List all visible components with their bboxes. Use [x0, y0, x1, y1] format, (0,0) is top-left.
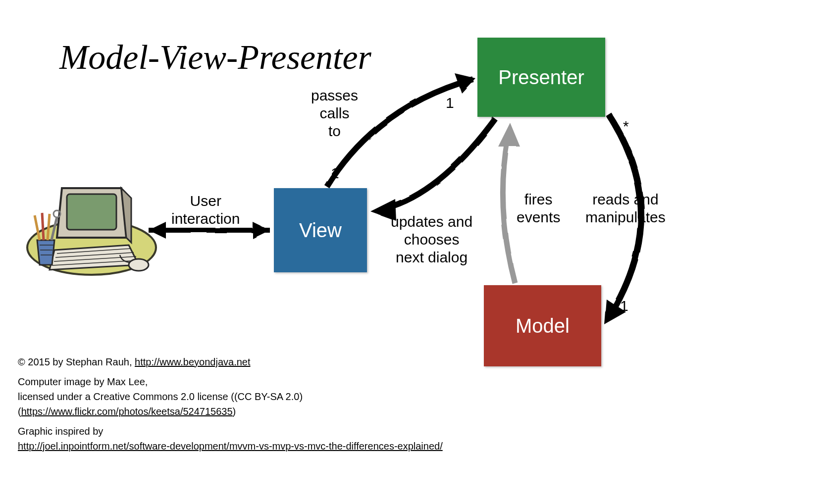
- model-box: Model: [484, 285, 601, 366]
- label-fires-events: fires events: [517, 191, 560, 226]
- computer-icon: [15, 173, 158, 280]
- cardinality-presenter-model-model: 1: [620, 297, 628, 315]
- cardinality-view-presenter-view: 1: [331, 164, 339, 182]
- copyright-link[interactable]: http://www.beyondjava.net: [135, 356, 250, 367]
- image-credit-line2: licensed under a Creative Commons 2.0 li…: [18, 390, 443, 403]
- label-updates-chooses: updates and chooses next dialog: [391, 213, 472, 266]
- diagram-title: Model-View-Presenter: [59, 38, 371, 77]
- inspired-prefix: Graphic inspired by: [18, 425, 443, 438]
- image-credit-link[interactable]: https://www.flickr.com/photos/keetsa/524…: [21, 406, 233, 417]
- cardinality-view-presenter-presenter: 1: [446, 94, 454, 112]
- svg-marker-2: [455, 73, 475, 93]
- svg-marker-5: [498, 123, 520, 147]
- arrow-presenter-view: [370, 119, 495, 221]
- label-passes-calls-to: passes calls to: [311, 87, 358, 140]
- label-reads-manipulates: reads and manipulates: [585, 191, 666, 226]
- image-link-prefix: (: [18, 406, 21, 417]
- image-credit-line1: Computer image by Max Lee,: [18, 375, 443, 388]
- svg-line-16: [42, 213, 44, 240]
- credits-block: © 2015 by Stephan Rauh, http://www.beyon…: [18, 355, 443, 454]
- svg-marker-1: [253, 222, 270, 239]
- presenter-box: Presenter: [477, 38, 605, 117]
- svg-point-20: [129, 259, 149, 271]
- cardinality-presenter-model-presenter: *: [623, 117, 629, 135]
- inspired-link[interactable]: http://joel.inpointform.net/software-dev…: [18, 441, 443, 452]
- view-box: View: [274, 188, 367, 272]
- svg-rect-11: [67, 194, 116, 230]
- image-link-suffix: ): [233, 406, 236, 417]
- label-user-interaction: User interaction: [171, 192, 240, 228]
- copyright-text: © 2015 by Stephan Rauh,: [18, 356, 135, 367]
